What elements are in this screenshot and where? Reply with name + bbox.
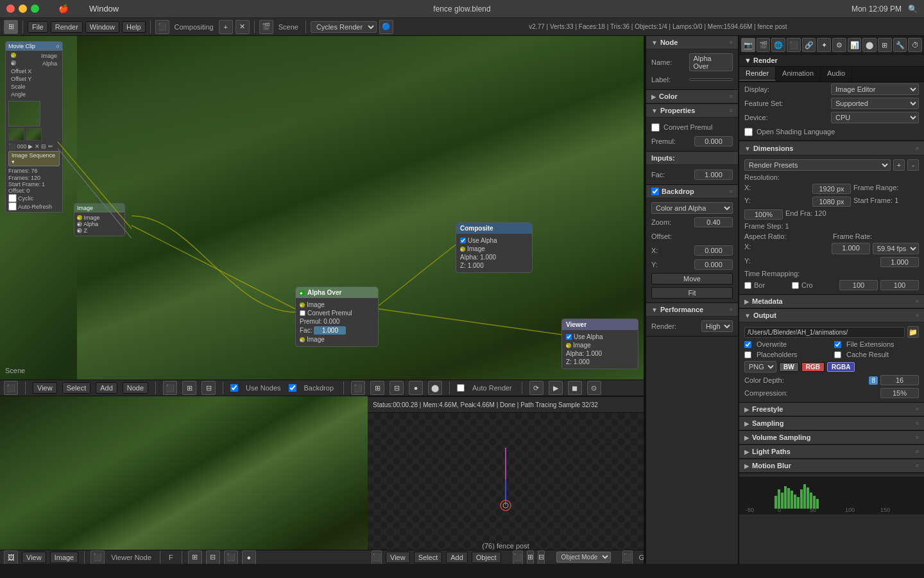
help-menu[interactable]: Help [122,21,146,33]
dimensions-header[interactable]: ▼ Dimensions ≡ [739,142,924,155]
vp-icon1[interactable]: ⬛ [513,550,523,565]
asp-x-field[interactable]: 1.000 [832,243,870,254]
output-header[interactable]: ▼ Output ≡ [739,309,924,322]
offset-y-value[interactable]: 0.000 [694,259,733,270]
scene-icon[interactable]: 🎬 [259,20,273,34]
color-alpha-select[interactable]: Color and Alpha [651,202,733,214]
move-button[interactable]: Move [651,273,733,285]
render-engine-select[interactable]: Cycles Render [311,21,377,33]
color-section-menu[interactable]: ≡ [730,93,733,100]
node-name-value[interactable]: Alpha Over [689,53,733,71]
render-world-icon[interactable]: 🌐 [771,38,785,52]
render-quality-select[interactable]: High [701,320,733,332]
ne-view-menu[interactable]: View [33,382,57,394]
ne-icon8[interactable]: ⬤ [428,381,442,395]
render-anim-icon[interactable]: ⏱ [908,38,922,52]
vp-icon4[interactable]: ⬛ [622,550,633,565]
render-scene-icon[interactable]: 🎬 [757,38,771,52]
object-mode-select[interactable]: Object Mode [556,552,611,563]
iv-icon2[interactable]: ⊞ [188,550,202,565]
ne-add-menu[interactable]: Add [96,382,117,394]
render-constraint-icon[interactable]: 🔗 [802,38,816,52]
format-select[interactable]: PNG [744,361,776,372]
fit-btn-row[interactable]: Fit [646,286,738,300]
sampling-menu[interactable]: ≡ [916,420,919,426]
rgba-btn[interactable]: RGBA [827,362,855,372]
maximize-button[interactable] [31,4,39,13]
node-section-menu[interactable]: ≡ [730,39,733,46]
ne-editor-icon[interactable]: ⬛ [4,381,18,395]
ne-select-menu[interactable]: Select [62,382,91,394]
close-button[interactable] [6,4,15,13]
ne-icon5[interactable]: ⊞ [370,381,384,395]
ao-fac-value[interactable]: 1.000 [314,326,346,335]
osl-checkbox[interactable] [744,128,753,136]
motion-blur-header[interactable]: ▶ Motion Blur ≡ [739,459,924,473]
overwrite-checkbox[interactable] [744,341,751,348]
dims-menu[interactable]: ≡ [916,145,919,152]
backdrop-check[interactable] [651,188,659,195]
ne-icon10[interactable]: ⊙ [587,381,601,395]
compositing-icon[interactable]: ⬛ [155,20,169,34]
minimize-button[interactable] [19,4,27,13]
light-paths-menu[interactable]: ≡ [916,448,919,455]
res-pct-field[interactable]: 100% [744,209,783,220]
rgb-btn[interactable]: RGB [801,362,825,372]
vp-icon3[interactable]: ⊟ [538,550,545,565]
movie-clip-close[interactable]: ○ [56,43,60,49]
render-texture-icon[interactable]: ⊞ [878,38,892,52]
vp-view-menu[interactable]: View [386,552,410,563]
display-select[interactable]: Image Editor [831,83,919,95]
editor-icon[interactable]: ⊞ [4,20,18,34]
vol-sampling-header[interactable]: ▶ Volume Sampling ≡ [739,431,924,444]
node-section-header[interactable]: ▼ Node ≡ [646,36,738,49]
placeholders-checkbox[interactable] [744,351,751,358]
iv-view-menu[interactable]: View [22,552,46,563]
close-editor-icon[interactable]: ✕ [235,20,250,34]
vp-icon2[interactable]: ⊞ [527,550,534,565]
ne-play[interactable]: ▶ [549,381,563,395]
tab-audio[interactable]: Audio [821,67,852,81]
freestyle-menu[interactable]: ≡ [916,406,919,412]
tab-animation[interactable]: Animation [776,67,821,81]
ne-icon4[interactable]: ⬛ [351,381,365,395]
window-controls[interactable] [6,4,39,13]
freestyle-header[interactable]: ▶ Freestyle ≡ [739,403,924,416]
device-select[interactable]: CPU [831,112,919,123]
ao-premul-check[interactable] [300,310,305,316]
iv-image-menu[interactable]: Image [50,552,79,563]
cyclic-checkbox[interactable] [8,194,17,202]
output-path-field[interactable]: /Users/L/Blender/AH_1/animations/ [744,327,905,338]
render-modifier-icon[interactable]: 🔧 [893,38,907,52]
fit-button[interactable]: Fit [651,287,733,299]
convert-premul-check[interactable] [651,123,660,132]
color-depth-16[interactable]: 16 [880,375,919,385]
ne-icon6[interactable]: ⊟ [389,381,404,395]
output-path-browse[interactable]: 📁 [907,326,919,338]
render-physics-icon[interactable]: ⚙ [832,38,846,52]
ne-icon1[interactable]: ⬛ [163,381,177,395]
window-menu-btn[interactable]: Window [85,21,119,33]
render-engine-icon[interactable]: 🔵 [379,20,393,34]
bor-checkbox[interactable] [744,282,751,289]
tab-render[interactable]: Render [739,67,776,81]
render-presets-select[interactable]: Render Presets [744,159,891,171]
perf-section-menu[interactable]: ≡ [730,306,733,313]
node-label-value[interactable] [689,78,733,81]
fac-value[interactable]: 1.000 [694,170,733,180]
iv-icon3[interactable]: ⊟ [206,550,220,565]
motion-blur-menu[interactable]: ≡ [916,462,919,469]
iv-icon1[interactable]: ⬛ [90,550,105,565]
props-section-header[interactable]: ▼ Properties ≡ [646,104,738,118]
render-data-icon[interactable]: 📊 [848,38,862,52]
use-nodes-checkbox[interactable] [230,384,238,392]
premul-value[interactable]: 0.000 [694,136,733,146]
offset-x-value[interactable]: 0.000 [694,245,733,256]
asp-y-field[interactable]: 1.000 [880,257,919,267]
mac-menu[interactable]: 🍎 Window [58,4,119,13]
zoom-value[interactable]: 0.40 [694,217,733,227]
window-menu[interactable]: Window [89,4,119,13]
frame-rate-select[interactable]: 59.94 fps [873,243,919,254]
compression-value[interactable]: 15% [880,388,919,398]
backdrop-section-header[interactable]: Backdrop ≡ [646,185,738,198]
